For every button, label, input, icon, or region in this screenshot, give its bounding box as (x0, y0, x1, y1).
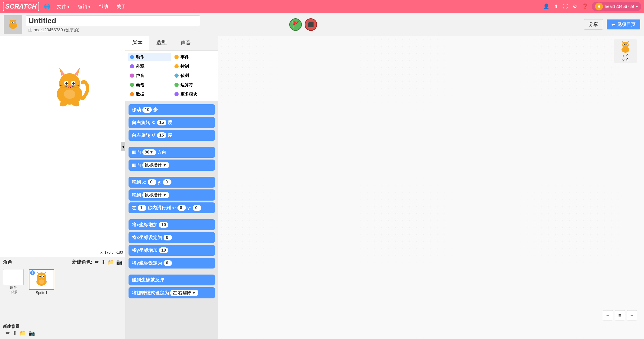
coords-display: x: 176 y: -180 (100, 250, 123, 255)
sprite-item-sprite1[interactable]: i Sprite1 (29, 269, 54, 295)
sprite-mini-y: y: 0 (622, 58, 628, 62)
sprites-panel: 角色 新建角色: ✏ ⬆ 📁 📷 舞台 1背景 (0, 257, 125, 322)
svg-marker-30 (37, 272, 40, 274)
new-sprite-draw-icon[interactable]: ✏ (95, 259, 99, 265)
script-area[interactable]: x: 0 y: 0 − ≡ + (218, 36, 644, 339)
expand-stage-button[interactable]: ◀ (121, 142, 125, 151)
block-spacer-3 (128, 215, 215, 218)
help-icon[interactable]: ❓ (581, 2, 589, 10)
control-buttons: 🚩 ⬛ (289, 18, 317, 31)
new-sprite-upload-icon[interactable]: ⬆ (101, 259, 105, 265)
zoom-controls: − ≡ + (603, 310, 637, 321)
globe-icon[interactable]: 🌐 (43, 2, 51, 10)
category-control[interactable]: 控制 (172, 62, 216, 70)
block-set-rotation[interactable]: 将旋转模式设定为 左-右翻转 ▼ (128, 287, 215, 299)
profile-icon[interactable]: 👤 (542, 2, 550, 10)
block-rotate-left[interactable]: 向左旋转 ↺ 15 度 (128, 130, 215, 141)
category-data[interactable]: 数据 (128, 90, 171, 98)
stage-item[interactable]: 舞台 1背景 (3, 269, 24, 295)
fullscreen-icon[interactable]: ⛶ (562, 2, 569, 10)
sprite1-label: Sprite1 (36, 291, 48, 295)
stage-bg-count: 1背景 (9, 290, 18, 294)
svg-marker-40 (626, 40, 629, 43)
new-sprite-surprise-icon[interactable]: 📁 (108, 259, 114, 265)
blocks-panel: 脚本 造型 声音 动作 事件 外观 控制 声音 (125, 36, 218, 339)
sprite-thumbnail-svg (6, 18, 20, 31)
category-events[interactable]: 事件 (172, 53, 216, 61)
block-face-mouse[interactable]: 面向 鼠标指针 ▼ (128, 160, 215, 171)
category-sound[interactable]: 声音 (128, 71, 171, 80)
svg-point-35 (43, 276, 44, 277)
scratch-logo[interactable]: SCRATCH (3, 1, 39, 11)
sprite1-info-icon[interactable]: i (30, 270, 35, 275)
second-bar: 由 hear123456789 (独享的) 🚩 ⬛ 分享 ⬅ 见项目页 (0, 13, 644, 36)
category-pen[interactable]: 画笔 (128, 81, 171, 89)
left-panel: x: 176 y: -180 ◀ 角色 新建角色: ✏ ⬆ 📁 📷 舞台 (0, 36, 125, 339)
block-change-x[interactable]: 将x坐标增加 10 (128, 219, 215, 230)
svg-point-8 (12, 23, 14, 24)
block-goto-mouse[interactable]: 移到 鼠标指针 ▼ (128, 189, 215, 201)
svg-marker-39 (622, 40, 624, 43)
svg-point-20 (74, 82, 74, 83)
sprites-label: 角色 (3, 259, 12, 265)
about-menu[interactable]: 关于 (114, 2, 128, 11)
sprites-list: 舞台 1背景 i (0, 267, 125, 297)
zoom-in-button[interactable]: + (627, 310, 637, 321)
see-project-button[interactable]: ⬅ 见项目页 (607, 19, 640, 29)
stop-button[interactable]: ⬛ (304, 18, 317, 31)
main-area: x: 176 y: -180 ◀ 角色 新建角色: ✏ ⬆ 📁 📷 舞台 (0, 36, 644, 339)
backdrop-paint-icon[interactable]: ✏ (6, 330, 10, 336)
category-looks[interactable]: 外观 (128, 62, 171, 70)
share-button[interactable]: 分享 (584, 19, 603, 30)
tab-script[interactable]: 脚本 (125, 36, 150, 50)
category-more-blocks[interactable]: 更多模块 (172, 90, 216, 98)
new-sprite-camera-icon[interactable]: 📷 (116, 259, 122, 265)
user-avatar: H (595, 2, 603, 10)
editor-tabs: 脚本 造型 声音 (125, 36, 218, 50)
zoom-out-button[interactable]: − (603, 310, 613, 321)
block-move[interactable]: 移动 10 步 (128, 104, 215, 115)
svg-point-1 (10, 20, 16, 25)
project-title-input[interactable] (26, 15, 200, 26)
category-sensing[interactable]: 侦测 (172, 71, 216, 80)
svg-point-7 (14, 22, 14, 23)
category-operators[interactable]: 运算符 (172, 81, 216, 89)
svg-point-45 (622, 47, 630, 53)
backdrop-folder-icon[interactable]: 📁 (20, 330, 26, 336)
upload-icon[interactable]: ⬆ (553, 2, 559, 10)
svg-marker-2 (9, 18, 11, 21)
sprite-mini-svg (618, 40, 632, 54)
edit-menu[interactable]: 编辑 ▾ (76, 2, 93, 11)
block-set-y[interactable]: 将y坐标设定为 0 (128, 258, 215, 269)
green-flag-button[interactable]: 🚩 (289, 18, 302, 31)
tab-costume[interactable]: 造型 (150, 36, 174, 50)
sprites-header: 角色 新建角色: ✏ ⬆ 📁 📷 (0, 257, 125, 267)
backdrop-upload-icon[interactable]: ⬆ (12, 330, 17, 336)
block-goto-xy[interactable]: 移到 x: 0 y: 0 (128, 177, 215, 188)
svg-point-44 (626, 44, 627, 45)
block-set-x[interactable]: 将x坐标设定为 0 (128, 232, 215, 243)
category-motion[interactable]: 动作 (128, 53, 171, 61)
sprite1-svg (32, 270, 51, 289)
block-change-y[interactable]: 将y坐标增加 10 (128, 245, 215, 256)
categories-panel: 动作 事件 外观 控制 声音 侦测 (125, 50, 218, 101)
block-bounce[interactable]: 碰到边缘就反弹 (128, 275, 215, 286)
backdrop-camera-icon[interactable]: 📷 (28, 330, 35, 336)
new-sprite-label: 新建角色: (72, 259, 92, 265)
tab-sound[interactable]: 声音 (174, 36, 198, 50)
sprite-mini-x: x: 0 (622, 54, 628, 58)
settings-icon[interactable]: ⚙ (572, 2, 578, 10)
block-spacer-4 (128, 270, 215, 273)
help-menu[interactable]: 帮助 (96, 2, 110, 11)
file-menu[interactable]: 文件 ▾ (55, 2, 72, 11)
svg-point-43 (624, 44, 625, 45)
zoom-reset-button[interactable]: ≡ (615, 310, 625, 321)
new-sprite-controls: 新建角色: ✏ ⬆ 📁 📷 (72, 259, 122, 265)
block-glide[interactable]: 在 1 秒内滑行到 x: 0 y: 0 (128, 202, 215, 213)
block-rotate-right[interactable]: 向右旋转 ↻ 15 度 (128, 117, 215, 128)
stage-thumbnail (3, 269, 24, 285)
svg-point-34 (40, 276, 41, 277)
svg-point-18 (72, 82, 75, 85)
user-info[interactable]: H hear123456789 ▾ (592, 1, 641, 11)
block-face-direction[interactable]: 面向 90▼ 方向 (128, 147, 215, 158)
